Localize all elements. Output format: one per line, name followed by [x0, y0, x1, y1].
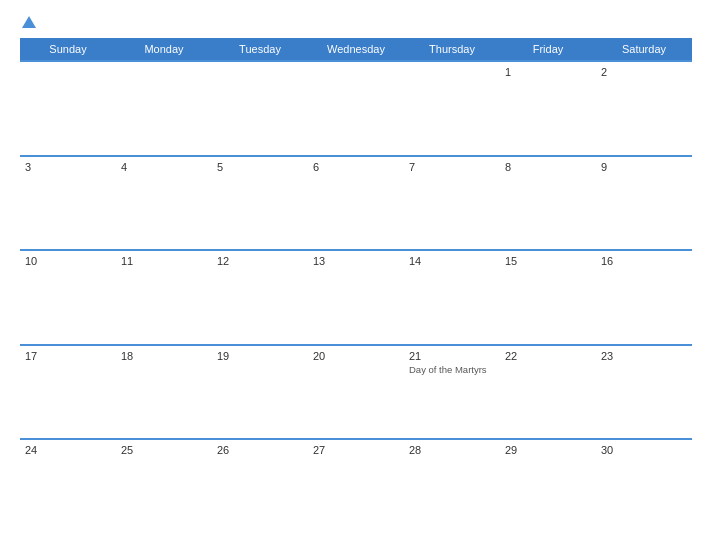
weekday-monday: Monday — [116, 38, 212, 61]
calendar-cell: 4 — [116, 156, 212, 251]
calendar-week-1: 3456789 — [20, 156, 692, 251]
day-number: 5 — [217, 161, 303, 173]
calendar-cell: 12 — [212, 250, 308, 345]
day-number: 30 — [601, 444, 687, 456]
calendar-cell: 29 — [500, 439, 596, 534]
calendar-cell — [212, 61, 308, 156]
weekday-friday: Friday — [500, 38, 596, 61]
calendar-cell: 16 — [596, 250, 692, 345]
day-number: 20 — [313, 350, 399, 362]
calendar-week-4: 24252627282930 — [20, 439, 692, 534]
calendar-cell: 27 — [308, 439, 404, 534]
calendar-cell: 10 — [20, 250, 116, 345]
weekday-header-row: SundayMondayTuesdayWednesdayThursdayFrid… — [20, 38, 692, 61]
day-number: 28 — [409, 444, 495, 456]
calendar-cell: 18 — [116, 345, 212, 440]
calendar-cell: 7 — [404, 156, 500, 251]
day-number: 23 — [601, 350, 687, 362]
calendar-cell: 5 — [212, 156, 308, 251]
calendar-cell: 13 — [308, 250, 404, 345]
calendar-cell: 17 — [20, 345, 116, 440]
day-number: 18 — [121, 350, 207, 362]
calendar-cell: 25 — [116, 439, 212, 534]
day-number: 9 — [601, 161, 687, 173]
calendar-cell: 30 — [596, 439, 692, 534]
day-number: 26 — [217, 444, 303, 456]
day-number: 16 — [601, 255, 687, 267]
calendar-cell: 8 — [500, 156, 596, 251]
day-number: 13 — [313, 255, 399, 267]
calendar-cell: 24 — [20, 439, 116, 534]
calendar-cell: 21Day of the Martyrs — [404, 345, 500, 440]
calendar-cell: 26 — [212, 439, 308, 534]
day-number: 7 — [409, 161, 495, 173]
weekday-sunday: Sunday — [20, 38, 116, 61]
calendar-cell: 14 — [404, 250, 500, 345]
calendar-week-2: 10111213141516 — [20, 250, 692, 345]
day-number: 27 — [313, 444, 399, 456]
logo — [20, 16, 37, 28]
calendar-week-3: 1718192021Day of the Martyrs2223 — [20, 345, 692, 440]
weekday-thursday: Thursday — [404, 38, 500, 61]
day-number: 3 — [25, 161, 111, 173]
day-number: 8 — [505, 161, 591, 173]
calendar-cell: 11 — [116, 250, 212, 345]
calendar-cell: 6 — [308, 156, 404, 251]
calendar-cell — [308, 61, 404, 156]
day-number: 22 — [505, 350, 591, 362]
weekday-wednesday: Wednesday — [308, 38, 404, 61]
day-number: 24 — [25, 444, 111, 456]
day-number: 4 — [121, 161, 207, 173]
calendar-cell: 22 — [500, 345, 596, 440]
day-number: 6 — [313, 161, 399, 173]
calendar-cell: 28 — [404, 439, 500, 534]
day-number: 21 — [409, 350, 495, 362]
calendar-header: SundayMondayTuesdayWednesdayThursdayFrid… — [20, 38, 692, 61]
day-number: 10 — [25, 255, 111, 267]
day-number: 17 — [25, 350, 111, 362]
header — [20, 16, 692, 28]
calendar-cell — [20, 61, 116, 156]
calendar-cell: 3 — [20, 156, 116, 251]
day-number: 11 — [121, 255, 207, 267]
calendar-cell: 1 — [500, 61, 596, 156]
weekday-saturday: Saturday — [596, 38, 692, 61]
event-label: Day of the Martyrs — [409, 364, 495, 375]
calendar-cell: 23 — [596, 345, 692, 440]
calendar-cell: 15 — [500, 250, 596, 345]
calendar-cell: 2 — [596, 61, 692, 156]
calendar-cell: 9 — [596, 156, 692, 251]
day-number: 12 — [217, 255, 303, 267]
day-number: 25 — [121, 444, 207, 456]
day-number: 14 — [409, 255, 495, 267]
calendar-week-0: 12 — [20, 61, 692, 156]
calendar-cell: 20 — [308, 345, 404, 440]
day-number: 1 — [505, 66, 591, 78]
day-number: 19 — [217, 350, 303, 362]
logo-triangle-icon — [22, 16, 36, 28]
calendar-table: SundayMondayTuesdayWednesdayThursdayFrid… — [20, 38, 692, 534]
calendar-page: SundayMondayTuesdayWednesdayThursdayFrid… — [0, 0, 712, 550]
calendar-cell — [404, 61, 500, 156]
weekday-tuesday: Tuesday — [212, 38, 308, 61]
calendar-cell — [116, 61, 212, 156]
calendar-body: 123456789101112131415161718192021Day of … — [20, 61, 692, 534]
calendar-cell: 19 — [212, 345, 308, 440]
day-number: 29 — [505, 444, 591, 456]
day-number: 2 — [601, 66, 687, 78]
day-number: 15 — [505, 255, 591, 267]
